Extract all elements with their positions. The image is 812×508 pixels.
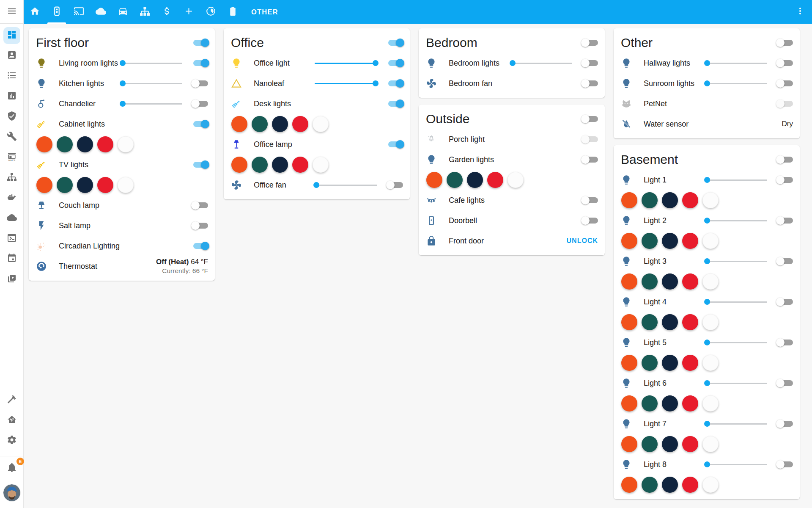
sidebar-item-terminal[interactable] (3, 230, 20, 247)
color-swatch-red[interactable] (682, 436, 698, 452)
brightness-slider[interactable] (705, 77, 767, 89)
sidebar-item-hacs[interactable]: HACS (3, 149, 20, 166)
sidebar-item-docker[interactable] (3, 190, 20, 207)
color-swatch-teal[interactable] (252, 116, 268, 132)
entity-name[interactable]: Kitchen lights (59, 79, 120, 88)
color-swatch-navy[interactable] (77, 136, 93, 152)
entity-name[interactable]: Water sensor (644, 120, 782, 129)
tab-battery[interactable] (222, 0, 244, 24)
color-swatch-orange[interactable] (231, 116, 247, 132)
color-swatch-teal[interactable] (57, 136, 73, 152)
color-swatch-white[interactable] (702, 477, 719, 493)
color-swatch-navy[interactable] (662, 273, 678, 290)
color-swatch-white[interactable] (702, 395, 719, 411)
brightness-slider[interactable] (120, 57, 182, 69)
color-swatch-white[interactable] (118, 177, 134, 193)
color-swatch-white[interactable] (702, 355, 719, 371)
color-swatch-white[interactable] (702, 233, 719, 249)
overflow-menu-button[interactable] (788, 0, 812, 24)
color-swatch-orange[interactable] (621, 355, 637, 371)
card-toggle[interactable] (582, 38, 598, 48)
toggle-switch[interactable] (777, 58, 793, 68)
sidebar-item-dashboard[interactable] (3, 27, 20, 44)
color-swatch-navy[interactable] (662, 233, 678, 249)
slider-knob[interactable] (704, 299, 710, 305)
toggle-switch[interactable] (192, 58, 208, 68)
toggle-switch[interactable] (777, 175, 793, 185)
color-swatch-white[interactable] (702, 314, 719, 330)
color-swatch-orange[interactable] (621, 192, 637, 208)
color-swatch-teal[interactable] (642, 233, 658, 249)
toggle-switch[interactable] (777, 297, 793, 307)
notifications-button[interactable]: 6 (3, 460, 20, 477)
color-swatch-red[interactable] (682, 355, 698, 371)
color-swatch-white[interactable] (702, 192, 719, 208)
toggle-switch[interactable] (582, 215, 598, 226)
color-swatch-red[interactable] (682, 273, 698, 290)
toggle-switch[interactable] (777, 78, 793, 88)
color-swatch-teal[interactable] (447, 172, 463, 188)
color-swatch-white[interactable] (508, 172, 524, 188)
entity-name[interactable]: Circadian Lighting (59, 242, 192, 251)
brightness-slider[interactable] (315, 57, 377, 69)
sidebar-item-calendar[interactable] (3, 251, 20, 268)
entity-name[interactable]: Salt lamp (59, 221, 192, 230)
slider-knob[interactable] (120, 80, 126, 86)
color-swatch-white[interactable] (313, 116, 329, 132)
tab-cast[interactable] (68, 0, 90, 24)
toggle-switch[interactable] (192, 221, 208, 231)
color-swatch-red[interactable] (97, 136, 113, 152)
color-swatch-red[interactable] (292, 116, 308, 132)
color-swatch-navy[interactable] (662, 355, 678, 371)
entity-name[interactable]: Hallway lights (644, 59, 705, 68)
toggle-switch[interactable] (582, 58, 598, 68)
color-swatch-orange[interactable] (621, 395, 637, 411)
entity-name[interactable]: Light 4 (644, 298, 705, 306)
toggle-switch[interactable] (192, 99, 208, 109)
color-swatch-orange[interactable] (621, 233, 637, 249)
entity-name[interactable]: Light 5 (644, 338, 705, 347)
toggle-switch[interactable] (777, 256, 793, 266)
toggle-switch[interactable] (387, 58, 403, 68)
slider-knob[interactable] (704, 258, 710, 264)
sidebar-item-media[interactable] (3, 271, 20, 288)
brightness-slider[interactable] (705, 255, 767, 267)
entity-name[interactable]: Doorbell (449, 216, 582, 225)
entity-name[interactable]: Light 1 (644, 176, 705, 185)
sidebar-item-account[interactable] (3, 47, 20, 64)
entity-name[interactable]: Light 2 (644, 216, 705, 225)
entity-name[interactable]: Office lamp (254, 140, 387, 149)
slider-knob[interactable] (704, 340, 710, 345)
color-swatch-orange[interactable] (621, 436, 637, 452)
toggle-switch[interactable] (387, 180, 403, 190)
toggle-switch[interactable] (387, 78, 403, 88)
color-swatch-teal[interactable] (642, 192, 658, 208)
brightness-slider[interactable] (120, 98, 182, 110)
color-swatch-navy[interactable] (467, 172, 483, 188)
color-swatch-teal[interactable] (252, 157, 268, 173)
color-swatch-red[interactable] (487, 172, 503, 188)
entity-name[interactable]: Cabinet lights (59, 120, 192, 129)
brightness-slider[interactable] (315, 77, 377, 89)
brightness-slider[interactable] (705, 418, 767, 430)
entity-name[interactable]: Living room lights (59, 59, 120, 68)
color-swatch-orange[interactable] (621, 477, 637, 493)
entity-name[interactable]: Light 7 (644, 420, 705, 428)
color-swatch-teal[interactable] (642, 395, 658, 411)
brightness-slider[interactable] (705, 174, 767, 186)
tab-sitemap[interactable] (134, 0, 156, 24)
slider-knob[interactable] (313, 182, 319, 188)
color-swatch-orange[interactable] (231, 157, 247, 173)
sidebar-item-settings[interactable] (3, 432, 20, 449)
entity-name[interactable]: Desk lights (254, 99, 387, 108)
color-swatch-navy[interactable] (272, 157, 288, 173)
color-swatch-navy[interactable] (662, 192, 678, 208)
color-swatch-orange[interactable] (621, 273, 637, 290)
card-toggle[interactable] (777, 155, 793, 165)
slider-knob[interactable] (704, 380, 710, 386)
slider-knob[interactable] (373, 60, 379, 66)
entity-name[interactable]: Couch lamp (59, 201, 192, 210)
brightness-slider[interactable] (315, 179, 377, 191)
sidebar-item-network[interactable] (3, 169, 20, 186)
unlock-button[interactable]: UNLOCK (567, 237, 598, 245)
